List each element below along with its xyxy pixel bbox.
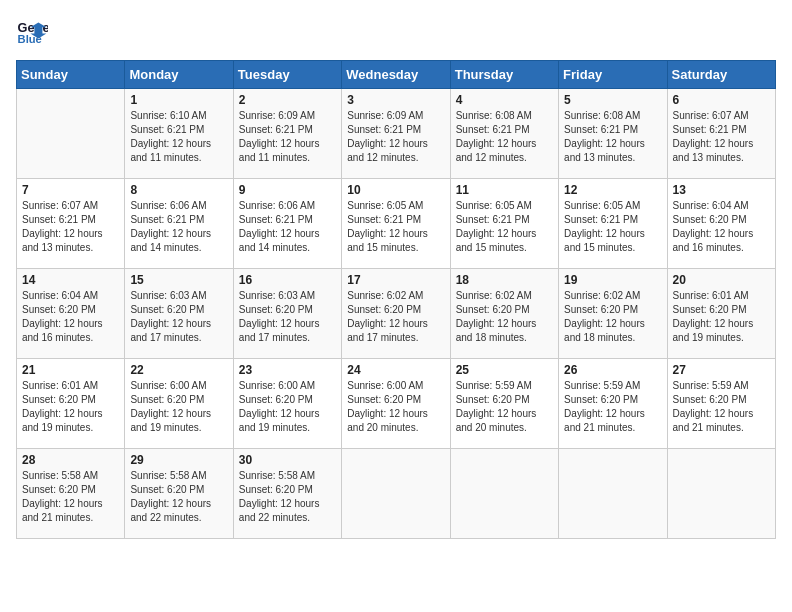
day-info: Sunrise: 6:06 AM Sunset: 6:21 PM Dayligh… [130, 199, 227, 255]
calendar-cell: 13 Sunrise: 6:04 AM Sunset: 6:20 PM Dayl… [667, 179, 775, 269]
calendar-cell: 9 Sunrise: 6:06 AM Sunset: 6:21 PM Dayli… [233, 179, 341, 269]
day-info: Sunrise: 6:02 AM Sunset: 6:20 PM Dayligh… [456, 289, 553, 345]
day-number: 16 [239, 273, 336, 287]
weekday-header-tuesday: Tuesday [233, 61, 341, 89]
day-info: Sunrise: 6:09 AM Sunset: 6:21 PM Dayligh… [347, 109, 444, 165]
day-number: 12 [564, 183, 661, 197]
day-number: 13 [673, 183, 770, 197]
day-number: 24 [347, 363, 444, 377]
day-info: Sunrise: 6:03 AM Sunset: 6:20 PM Dayligh… [239, 289, 336, 345]
day-number: 10 [347, 183, 444, 197]
calendar-cell: 18 Sunrise: 6:02 AM Sunset: 6:20 PM Dayl… [450, 269, 558, 359]
day-info: Sunrise: 6:05 AM Sunset: 6:21 PM Dayligh… [347, 199, 444, 255]
day-info: Sunrise: 6:08 AM Sunset: 6:21 PM Dayligh… [564, 109, 661, 165]
calendar-cell: 30 Sunrise: 5:58 AM Sunset: 6:20 PM Dayl… [233, 449, 341, 539]
calendar-cell: 23 Sunrise: 6:00 AM Sunset: 6:20 PM Dayl… [233, 359, 341, 449]
day-number: 29 [130, 453, 227, 467]
calendar-cell: 20 Sunrise: 6:01 AM Sunset: 6:20 PM Dayl… [667, 269, 775, 359]
day-number: 9 [239, 183, 336, 197]
calendar-cell: 24 Sunrise: 6:00 AM Sunset: 6:20 PM Dayl… [342, 359, 450, 449]
day-number: 4 [456, 93, 553, 107]
day-number: 28 [22, 453, 119, 467]
calendar-cell: 27 Sunrise: 5:59 AM Sunset: 6:20 PM Dayl… [667, 359, 775, 449]
day-number: 27 [673, 363, 770, 377]
day-number: 15 [130, 273, 227, 287]
day-info: Sunrise: 6:05 AM Sunset: 6:21 PM Dayligh… [456, 199, 553, 255]
calendar-cell [667, 449, 775, 539]
day-info: Sunrise: 6:01 AM Sunset: 6:20 PM Dayligh… [22, 379, 119, 435]
day-number: 8 [130, 183, 227, 197]
day-info: Sunrise: 5:58 AM Sunset: 6:20 PM Dayligh… [22, 469, 119, 525]
day-info: Sunrise: 6:00 AM Sunset: 6:20 PM Dayligh… [239, 379, 336, 435]
day-info: Sunrise: 6:03 AM Sunset: 6:20 PM Dayligh… [130, 289, 227, 345]
calendar-cell [450, 449, 558, 539]
day-info: Sunrise: 5:58 AM Sunset: 6:20 PM Dayligh… [130, 469, 227, 525]
weekday-header-wednesday: Wednesday [342, 61, 450, 89]
logo: General Blue [16, 16, 52, 48]
calendar-cell: 29 Sunrise: 5:58 AM Sunset: 6:20 PM Dayl… [125, 449, 233, 539]
day-number: 11 [456, 183, 553, 197]
calendar-cell: 3 Sunrise: 6:09 AM Sunset: 6:21 PM Dayli… [342, 89, 450, 179]
calendar-cell: 17 Sunrise: 6:02 AM Sunset: 6:20 PM Dayl… [342, 269, 450, 359]
day-number: 1 [130, 93, 227, 107]
day-info: Sunrise: 5:59 AM Sunset: 6:20 PM Dayligh… [564, 379, 661, 435]
day-info: Sunrise: 6:08 AM Sunset: 6:21 PM Dayligh… [456, 109, 553, 165]
day-info: Sunrise: 6:04 AM Sunset: 6:20 PM Dayligh… [673, 199, 770, 255]
day-number: 19 [564, 273, 661, 287]
calendar-cell: 21 Sunrise: 6:01 AM Sunset: 6:20 PM Dayl… [17, 359, 125, 449]
calendar-cell: 5 Sunrise: 6:08 AM Sunset: 6:21 PM Dayli… [559, 89, 667, 179]
calendar-cell: 25 Sunrise: 5:59 AM Sunset: 6:20 PM Dayl… [450, 359, 558, 449]
day-info: Sunrise: 6:02 AM Sunset: 6:20 PM Dayligh… [347, 289, 444, 345]
day-info: Sunrise: 6:02 AM Sunset: 6:20 PM Dayligh… [564, 289, 661, 345]
calendar-cell: 10 Sunrise: 6:05 AM Sunset: 6:21 PM Dayl… [342, 179, 450, 269]
day-info: Sunrise: 6:09 AM Sunset: 6:21 PM Dayligh… [239, 109, 336, 165]
calendar-cell: 28 Sunrise: 5:58 AM Sunset: 6:20 PM Dayl… [17, 449, 125, 539]
day-number: 26 [564, 363, 661, 377]
weekday-header-friday: Friday [559, 61, 667, 89]
calendar-cell: 4 Sunrise: 6:08 AM Sunset: 6:21 PM Dayli… [450, 89, 558, 179]
day-info: Sunrise: 6:06 AM Sunset: 6:21 PM Dayligh… [239, 199, 336, 255]
weekday-header-monday: Monday [125, 61, 233, 89]
day-number: 20 [673, 273, 770, 287]
calendar-cell: 14 Sunrise: 6:04 AM Sunset: 6:20 PM Dayl… [17, 269, 125, 359]
day-info: Sunrise: 6:00 AM Sunset: 6:20 PM Dayligh… [347, 379, 444, 435]
day-info: Sunrise: 6:07 AM Sunset: 6:21 PM Dayligh… [673, 109, 770, 165]
weekday-header-saturday: Saturday [667, 61, 775, 89]
day-info: Sunrise: 5:58 AM Sunset: 6:20 PM Dayligh… [239, 469, 336, 525]
day-number: 30 [239, 453, 336, 467]
day-number: 17 [347, 273, 444, 287]
calendar-cell [342, 449, 450, 539]
day-info: Sunrise: 6:04 AM Sunset: 6:20 PM Dayligh… [22, 289, 119, 345]
calendar-cell: 7 Sunrise: 6:07 AM Sunset: 6:21 PM Dayli… [17, 179, 125, 269]
calendar-cell: 6 Sunrise: 6:07 AM Sunset: 6:21 PM Dayli… [667, 89, 775, 179]
calendar-cell: 16 Sunrise: 6:03 AM Sunset: 6:20 PM Dayl… [233, 269, 341, 359]
day-number: 21 [22, 363, 119, 377]
day-info: Sunrise: 6:01 AM Sunset: 6:20 PM Dayligh… [673, 289, 770, 345]
calendar-cell: 8 Sunrise: 6:06 AM Sunset: 6:21 PM Dayli… [125, 179, 233, 269]
day-info: Sunrise: 6:05 AM Sunset: 6:21 PM Dayligh… [564, 199, 661, 255]
day-info: Sunrise: 5:59 AM Sunset: 6:20 PM Dayligh… [456, 379, 553, 435]
day-number: 3 [347, 93, 444, 107]
calendar-table: SundayMondayTuesdayWednesdayThursdayFrid… [16, 60, 776, 539]
calendar-cell [559, 449, 667, 539]
weekday-header-sunday: Sunday [17, 61, 125, 89]
day-number: 23 [239, 363, 336, 377]
day-number: 14 [22, 273, 119, 287]
day-info: Sunrise: 6:07 AM Sunset: 6:21 PM Dayligh… [22, 199, 119, 255]
weekday-header-thursday: Thursday [450, 61, 558, 89]
calendar-cell: 22 Sunrise: 6:00 AM Sunset: 6:20 PM Dayl… [125, 359, 233, 449]
calendar-cell: 1 Sunrise: 6:10 AM Sunset: 6:21 PM Dayli… [125, 89, 233, 179]
calendar-cell: 2 Sunrise: 6:09 AM Sunset: 6:21 PM Dayli… [233, 89, 341, 179]
day-number: 22 [130, 363, 227, 377]
day-info: Sunrise: 6:10 AM Sunset: 6:21 PM Dayligh… [130, 109, 227, 165]
day-info: Sunrise: 6:00 AM Sunset: 6:20 PM Dayligh… [130, 379, 227, 435]
day-number: 5 [564, 93, 661, 107]
day-info: Sunrise: 5:59 AM Sunset: 6:20 PM Dayligh… [673, 379, 770, 435]
calendar-cell: 19 Sunrise: 6:02 AM Sunset: 6:20 PM Dayl… [559, 269, 667, 359]
day-number: 18 [456, 273, 553, 287]
header: General Blue [16, 16, 776, 48]
calendar-cell: 26 Sunrise: 5:59 AM Sunset: 6:20 PM Dayl… [559, 359, 667, 449]
calendar-cell [17, 89, 125, 179]
day-number: 25 [456, 363, 553, 377]
day-number: 7 [22, 183, 119, 197]
